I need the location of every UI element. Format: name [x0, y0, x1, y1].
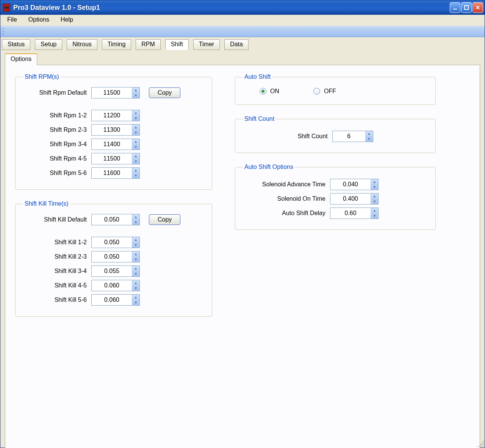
label-shift-kill-1-2: Shift Kill 1-2 — [23, 239, 91, 246]
spin-shift-kill-2-3[interactable]: 0.050▲▼ — [91, 251, 140, 262]
radio-auto-shift-on[interactable]: ON — [260, 88, 279, 95]
spin-shift-kill-3-4[interactable]: 0.055▲▼ — [91, 265, 140, 277]
maximize-button[interactable] — [461, 2, 472, 13]
spin-shift-rpm-1-2[interactable]: 11200▲▼ — [91, 110, 140, 121]
tab-timing[interactable]: Timing — [102, 39, 131, 50]
menu-file[interactable]: File — [7, 16, 17, 23]
spin-shift-rpm-3-4[interactable]: 11400▲▼ — [91, 139, 140, 150]
maximize-icon — [464, 5, 469, 10]
content-area: Options Shift RPM(s) Shift Rpm Default 1… — [5, 53, 480, 448]
label-solenoid-on: Solenoid On Time — [243, 195, 330, 202]
label-shift-rpm-5-6: Shift Rpm 5-6 — [23, 170, 91, 176]
label-shift-kill-2-3: Shift Kill 2-3 — [23, 253, 91, 260]
legend-auto-shift: Auto Shift — [243, 73, 272, 80]
chevron-down-icon[interactable]: ▼ — [132, 116, 139, 121]
chevron-up-icon[interactable]: ▲ — [132, 168, 139, 173]
spin-shift-rpm-4-5[interactable]: 11500▲▼ — [91, 153, 140, 164]
chevron-down-icon[interactable]: ▼ — [132, 93, 139, 98]
menu-options[interactable]: Options — [28, 16, 49, 23]
spin-shift-kill-4-5[interactable]: 0.060▲▼ — [91, 280, 140, 291]
size-grip-icon[interactable] — [477, 440, 484, 447]
label-shift-rpm-3-4: Shift Rpm 3-4 — [23, 141, 91, 148]
chevron-down-icon[interactable]: ▼ — [371, 214, 378, 219]
chevron-up-icon[interactable]: ▲ — [132, 125, 139, 130]
subtab-options[interactable]: Options — [5, 53, 37, 65]
radio-on-label: ON — [270, 88, 279, 95]
chevron-down-icon[interactable]: ▼ — [132, 257, 139, 262]
chevron-up-icon[interactable]: ▲ — [371, 179, 378, 185]
legend-auto-shift-options: Auto Shift Options — [243, 164, 295, 170]
chevron-down-icon[interactable]: ▼ — [132, 159, 139, 164]
svg-rect-1 — [465, 6, 468, 9]
spin-shift-rpm-default[interactable]: 11500 ▲▼ — [91, 87, 140, 98]
spin-shift-count[interactable]: 6 ▲▼ — [332, 131, 373, 142]
minimize-icon — [452, 5, 458, 10]
chevron-down-icon[interactable]: ▼ — [132, 173, 139, 179]
legend-shift-count: Shift Count — [243, 116, 276, 122]
window-title: Pro3 Dataview 1.0 - Setup1 — [13, 4, 450, 12]
label-shift-rpm-default: Shift Rpm Default — [23, 89, 91, 96]
toolbar-strip — [0, 26, 485, 37]
close-button[interactable] — [472, 2, 483, 13]
spin-shift-kill-1-2[interactable]: 0.050▲▼ — [91, 237, 140, 248]
group-auto-shift-options: Auto Shift Options Solenoid Advance Time… — [235, 164, 436, 230]
group-shift-kill: Shift Kill Time(s) Shift Kill Default 0.… — [15, 200, 212, 317]
spin-shift-rpm-5-6[interactable]: 11600▲▼ — [91, 167, 140, 179]
chevron-up-icon[interactable]: ▲ — [132, 251, 139, 257]
spin-shift-kill-5-6[interactable]: 0.060▲▼ — [91, 294, 140, 306]
legend-shift-rpm: Shift RPM(s) — [23, 73, 61, 80]
menu-help[interactable]: Help — [61, 16, 73, 23]
chevron-up-icon[interactable]: ▲ — [132, 280, 139, 286]
radio-auto-shift-off[interactable]: OFF — [313, 88, 336, 95]
label-shift-kill-4-5: Shift Kill 4-5 — [23, 282, 91, 289]
chevron-down-icon[interactable]: ▼ — [371, 185, 378, 190]
label-shift-rpm-2-3: Shift Rpm 2-3 — [23, 126, 91, 133]
copy-shift-kill-button[interactable]: Copy — [149, 214, 180, 225]
chevron-down-icon[interactable]: ▼ — [132, 145, 139, 150]
tab-setup[interactable]: Setup — [35, 39, 62, 50]
tab-timer[interactable]: Timer — [193, 39, 220, 50]
chevron-down-icon[interactable]: ▼ — [371, 199, 378, 204]
chevron-down-icon[interactable]: ▼ — [132, 272, 139, 277]
spin-shift-rpm-2-3[interactable]: 11300▲▼ — [91, 124, 140, 136]
chevron-up-icon[interactable]: ▲ — [132, 266, 139, 272]
tab-shift[interactable]: Shift — [165, 39, 189, 50]
chevron-up-icon[interactable]: ▲ — [132, 153, 139, 159]
chevron-up-icon[interactable]: ▲ — [132, 110, 139, 116]
minimize-button[interactable] — [450, 2, 460, 13]
chevron-up-icon[interactable]: ▲ — [132, 214, 139, 220]
toolbar-grip-icon[interactable] — [3, 28, 4, 35]
chevron-down-icon[interactable]: ▼ — [132, 300, 139, 306]
spin-auto-shift-delay[interactable]: 0.60▲▼ — [330, 208, 379, 219]
chevron-up-icon[interactable]: ▲ — [132, 87, 139, 93]
chevron-down-icon[interactable]: ▼ — [132, 243, 139, 248]
chevron-up-icon[interactable]: ▲ — [132, 295, 139, 300]
chevron-up-icon[interactable]: ▲ — [132, 237, 139, 243]
options-panel: Shift RPM(s) Shift Rpm Default 11500 ▲▼ … — [5, 65, 480, 448]
spin-solenoid-on[interactable]: 0.400▲▼ — [330, 193, 379, 204]
chevron-down-icon[interactable]: ▼ — [366, 137, 373, 142]
chevron-down-icon[interactable]: ▼ — [132, 286, 139, 291]
main-tabs: Status Setup Nitrous Timing RPM Shift Ti… — [0, 37, 485, 50]
spin-solenoid-advance[interactable]: 0.040▲▼ — [330, 179, 379, 190]
label-shift-rpm-1-2: Shift Rpm 1-2 — [23, 112, 91, 119]
chevron-up-icon[interactable]: ▲ — [371, 194, 378, 199]
chevron-down-icon[interactable]: ▼ — [132, 220, 139, 225]
chevron-up-icon[interactable]: ▲ — [371, 208, 378, 214]
tab-nitrous[interactable]: Nitrous — [67, 39, 97, 50]
tab-data[interactable]: Data — [224, 39, 249, 50]
app-window: Pro3 Dataview 1.0 - Setup1 File Options … — [0, 0, 485, 448]
spin-shift-kill-default[interactable]: 0.050 ▲▼ — [91, 214, 140, 225]
chevron-up-icon[interactable]: ▲ — [366, 131, 373, 137]
value-shift-rpm-default: 11500 — [92, 87, 132, 98]
legend-shift-kill: Shift Kill Time(s) — [23, 200, 70, 207]
chevron-down-icon[interactable]: ▼ — [132, 130, 139, 136]
tab-rpm[interactable]: RPM — [136, 39, 161, 50]
label-shift-kill-5-6: Shift Kill 5-6 — [23, 297, 91, 303]
label-shift-rpm-4-5: Shift Rpm 4-5 — [23, 155, 91, 162]
tab-status[interactable]: Status — [2, 39, 30, 50]
group-shift-rpm: Shift RPM(s) Shift Rpm Default 11500 ▲▼ … — [15, 73, 212, 190]
copy-shift-rpm-button[interactable]: Copy — [149, 87, 180, 98]
chevron-up-icon[interactable]: ▲ — [132, 139, 139, 145]
radio-on-icon — [260, 88, 266, 95]
